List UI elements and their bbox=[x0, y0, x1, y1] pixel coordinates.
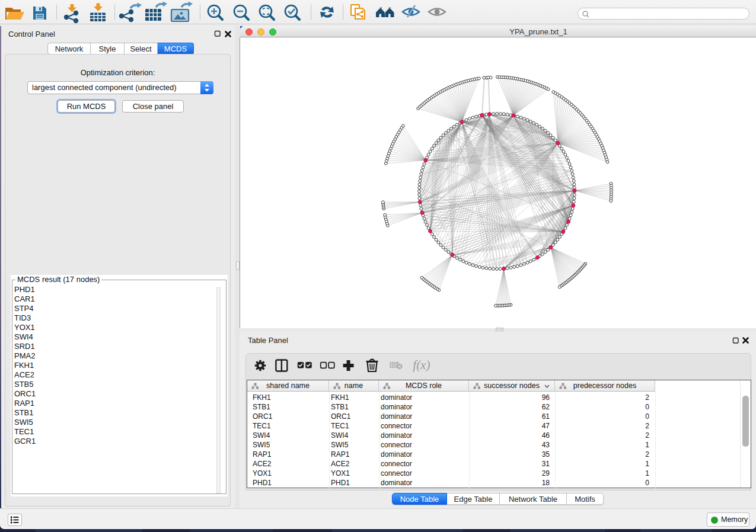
svg-text:f(x): f(x) bbox=[413, 358, 430, 372]
